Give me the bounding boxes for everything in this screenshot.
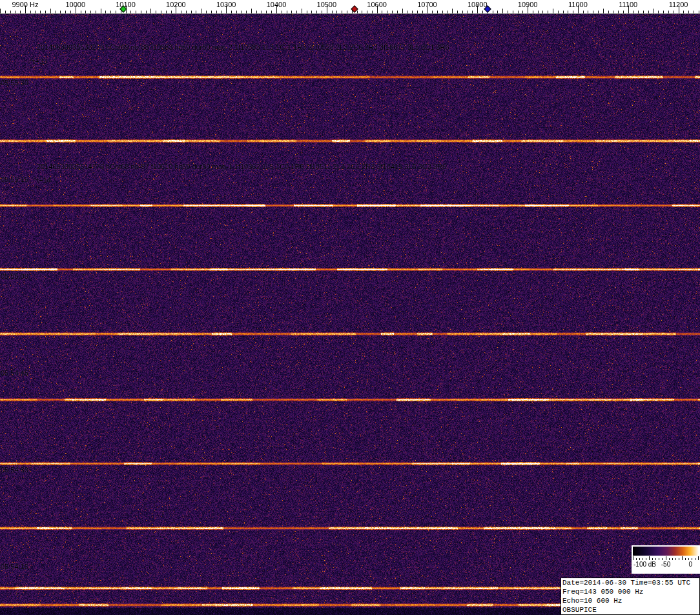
colorbar-min-label: -100 dB bbox=[633, 561, 656, 568]
colorbar-max-label: 0 bbox=[688, 561, 692, 568]
info-echo-line: Echo=10 600 Hz bbox=[562, 596, 698, 605]
spectrogram-waterfall bbox=[0, 14, 700, 615]
colorbar-labels: -100 dB -50 0 bbox=[633, 561, 699, 569]
freq-tick-label: 10900 bbox=[518, 1, 538, 8]
spectrogram-app: 9900 Hz100001010010200103001040010500106… bbox=[0, 0, 700, 615]
freq-tick-label: 10200 bbox=[166, 1, 186, 8]
freq-tick-label: 11000 bbox=[568, 1, 588, 8]
freq-tick-label: 11100 bbox=[619, 1, 637, 8]
colorbar-mid-label: -50 bbox=[661, 561, 670, 568]
freq-tick-label: 10800 bbox=[468, 1, 488, 8]
colorbar-ticks-canvas bbox=[633, 556, 699, 560]
frequency-ruler: 9900 Hz100001010010200103001040010500106… bbox=[0, 0, 700, 14]
info-date-line: Date=2014-06-30 Time=03:55 UTC bbox=[562, 578, 698, 587]
freq-tick-label: 10500 bbox=[317, 1, 337, 8]
colorbar-legend: -100 dB -50 0 bbox=[632, 545, 700, 574]
colorbar-gradient bbox=[633, 547, 699, 556]
freq-tick-label: 10600 bbox=[367, 1, 387, 8]
freq-tick-label: 10000 bbox=[65, 1, 85, 8]
freq-tick-label: 10300 bbox=[216, 1, 236, 8]
freq-tick-label: 11200 bbox=[669, 1, 688, 8]
info-freq-line: Freq=143 050 000 Hz bbox=[562, 587, 698, 596]
observation-info-box: Date=2014-06-30 Time=03:55 UTC Freq=143 … bbox=[561, 578, 700, 615]
spectrogram-canvas bbox=[0, 14, 700, 615]
freq-tick-label: 10700 bbox=[417, 1, 437, 8]
frequency-ruler-ticks-canvas bbox=[0, 0, 700, 14]
freq-tick-label: 9900 Hz bbox=[12, 1, 38, 8]
freq-tick-label: 10400 bbox=[267, 1, 287, 8]
info-station-line: OBSUPICE bbox=[562, 605, 698, 614]
